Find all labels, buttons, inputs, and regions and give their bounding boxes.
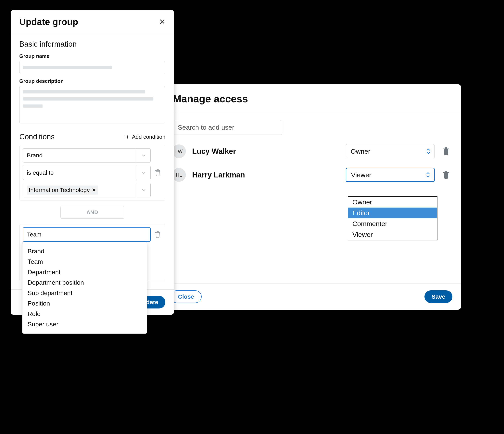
user-name: Lucy Walker bbox=[190, 147, 341, 156]
manage-access-footer: Close Save bbox=[162, 283, 461, 310]
trash-icon bbox=[442, 147, 450, 155]
condition-field-value: Team bbox=[23, 228, 150, 241]
group-description-input[interactable] bbox=[19, 86, 165, 123]
add-condition-button[interactable]: ＋ Add condition bbox=[125, 133, 165, 141]
field-option[interactable]: Role bbox=[22, 309, 147, 319]
close-button[interactable]: Close bbox=[171, 290, 202, 303]
condition-block: Team Brand Team Department Department po… bbox=[19, 224, 165, 281]
section-conditions-header: Conditions ＋ Add condition bbox=[19, 133, 165, 141]
chevron-down-icon bbox=[137, 183, 150, 197]
svg-rect-3 bbox=[445, 171, 447, 172]
manage-access-header: Manage access bbox=[162, 84, 461, 112]
logic-operator[interactable]: AND bbox=[60, 206, 124, 219]
svg-rect-7 bbox=[157, 231, 159, 232]
role-option-editor[interactable]: Editor bbox=[348, 208, 437, 218]
value-chip[interactable]: Information Technology ✕ bbox=[27, 186, 98, 195]
role-option-owner[interactable]: Owner bbox=[348, 197, 437, 208]
label-group-name: Group name bbox=[19, 53, 165, 59]
svg-rect-1 bbox=[445, 147, 447, 148]
role-select[interactable]: Viewer bbox=[346, 168, 435, 182]
field-option[interactable]: Position bbox=[22, 298, 147, 309]
delete-condition-button[interactable] bbox=[153, 227, 162, 242]
condition-operator-value: is equal to bbox=[23, 166, 137, 180]
condition-operator-select[interactable]: is equal to bbox=[23, 166, 151, 180]
avatar: HL bbox=[172, 168, 186, 182]
plus-icon: ＋ bbox=[125, 133, 130, 141]
chevron-down-icon bbox=[137, 149, 150, 162]
condition-field-dropdown[interactable]: Brand Team Department Department positio… bbox=[22, 242, 147, 334]
close-icon[interactable]: ✕ bbox=[159, 18, 165, 26]
condition-field-select[interactable]: Brand bbox=[23, 148, 151, 162]
role-select[interactable]: Owner bbox=[346, 144, 435, 158]
label-group-description: Group description bbox=[19, 78, 165, 84]
role-option-commenter[interactable]: Commenter bbox=[348, 218, 437, 229]
save-button[interactable]: Save bbox=[424, 290, 452, 303]
role-option-viewer[interactable]: Viewer bbox=[348, 229, 437, 240]
field-option[interactable]: Department bbox=[22, 267, 147, 277]
role-select-value: Owner bbox=[351, 148, 370, 155]
update-group-body: Basic information Group name Group descr… bbox=[11, 33, 174, 289]
trash-icon bbox=[442, 171, 450, 179]
field-option[interactable]: Brand bbox=[22, 246, 147, 257]
add-condition-label: Add condition bbox=[132, 134, 165, 140]
condition-value-chip-wrap: Information Technology ✕ bbox=[23, 183, 137, 197]
condition-field-value: Brand bbox=[23, 149, 137, 162]
manage-access-dialog: Manage access Search to add user LW Lucy… bbox=[162, 84, 461, 310]
delete-condition-button[interactable] bbox=[153, 148, 162, 197]
search-user-placeholder: Search to add user bbox=[178, 124, 234, 131]
chevron-down-icon bbox=[137, 166, 150, 180]
svg-rect-2 bbox=[443, 172, 449, 173]
update-group-title: Update group bbox=[19, 17, 78, 27]
condition-value-select[interactable]: Information Technology ✕ bbox=[23, 183, 151, 197]
role-dropdown[interactable]: Owner Editor Commenter Viewer bbox=[348, 196, 437, 240]
access-row: HL Harry Larkman Viewer bbox=[172, 168, 451, 182]
section-basic-information: Basic information bbox=[19, 40, 165, 48]
field-option[interactable]: Sub department bbox=[22, 288, 147, 298]
section-conditions: Conditions bbox=[19, 133, 55, 141]
update-group-panel: Update group ✕ Basic information Group n… bbox=[11, 10, 174, 315]
search-user-input[interactable]: Search to add user bbox=[172, 120, 282, 135]
field-option[interactable]: Super user bbox=[22, 319, 147, 329]
role-select-value: Viewer bbox=[351, 171, 371, 179]
svg-rect-5 bbox=[157, 169, 159, 170]
trash-icon bbox=[155, 231, 161, 238]
remove-user-button[interactable] bbox=[441, 170, 451, 180]
condition-field-select[interactable]: Team bbox=[23, 227, 151, 242]
manage-access-title: Manage access bbox=[173, 93, 450, 105]
chip-remove-icon[interactable]: ✕ bbox=[92, 187, 96, 193]
user-name: Harry Larkman bbox=[190, 171, 341, 179]
svg-rect-4 bbox=[155, 170, 160, 171]
field-option[interactable]: Team bbox=[22, 257, 147, 267]
stepper-icon bbox=[426, 148, 431, 154]
stepper-icon bbox=[426, 172, 430, 178]
update-group-header: Update group ✕ bbox=[11, 10, 174, 33]
trash-icon bbox=[155, 169, 161, 176]
svg-rect-0 bbox=[443, 149, 449, 149]
condition-block: Brand is equal to Information Technology… bbox=[19, 145, 165, 201]
access-row: LW Lucy Walker Owner bbox=[172, 144, 451, 158]
value-chip-label: Information Technology bbox=[29, 187, 90, 193]
remove-user-button[interactable] bbox=[441, 147, 451, 156]
avatar: LW bbox=[172, 144, 186, 158]
svg-rect-6 bbox=[155, 232, 160, 233]
group-name-input[interactable] bbox=[19, 61, 165, 73]
field-option[interactable]: Department position bbox=[22, 277, 147, 288]
